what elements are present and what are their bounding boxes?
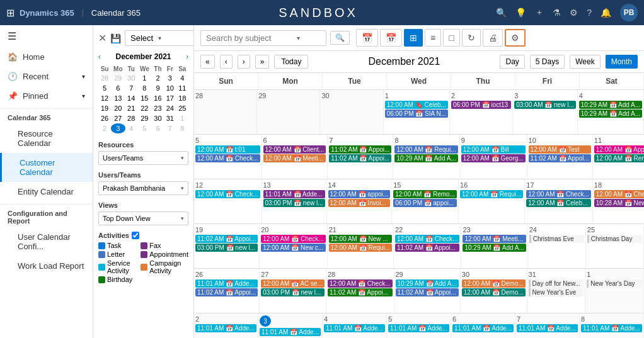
mini-cal-day[interactable]: 11 — [176, 83, 188, 93]
cal-view-day[interactable]: Day — [500, 55, 524, 69]
cal-event[interactable]: 12:00 AM 📅 Check... — [594, 190, 644, 198]
bell-icon[interactable]: 🔔 — [601, 8, 611, 18]
resources-select[interactable]: Users/Teams ▾ — [98, 151, 188, 165]
cal-event[interactable]: 11:01 AM 📅 Adde... — [195, 279, 258, 288]
cal-icon-btn-list[interactable]: ≡ — [425, 29, 441, 47]
cal-event[interactable]: 12:00 AM 📅 Remo... — [393, 190, 457, 198]
cal-event[interactable]: 11:02 AM 📅 Appoi... — [395, 244, 460, 252]
cal-event[interactable]: 12:00 AM 📅 Demo... — [462, 279, 526, 288]
mini-cal-day[interactable]: 1 — [176, 113, 188, 123]
cal-cell[interactable]: 1911:02 AM 📅 Appoi...03:00 PM 📅 new l... — [194, 224, 260, 268]
cal-cell[interactable]: 711:02 AM 📅 Appoi...11:02 AM 📅 Appoi... — [328, 135, 393, 179]
cal-cell[interactable]: 2812:00 AM 📅 Check...11:02 AM 📅 Appoi... — [326, 269, 394, 313]
cal-event[interactable]: New Year's Day — [587, 279, 642, 288]
avatar[interactable]: PB — [620, 4, 638, 21]
mini-cal-day[interactable]: 28 — [98, 73, 111, 83]
mini-cal-day[interactable]: 3 — [111, 123, 125, 133]
cal-cell[interactable]: 29 — [257, 90, 320, 134]
cal-event[interactable]: 11:02 AM 📅 Appol... — [529, 154, 591, 162]
cal-event[interactable]: 10:29 AM 📅 Add A... — [396, 279, 459, 288]
cal-settings-btn[interactable]: ⚙ — [505, 29, 526, 47]
cal-event[interactable]: 11:01 AM 📅 Adde... — [324, 324, 385, 332]
cal-event[interactable]: 11:01 AM 📅 Adde... — [263, 190, 325, 198]
cal-last-btn[interactable]: » — [255, 55, 270, 69]
cal-cell[interactable]: 24Christmas Eve — [528, 224, 586, 268]
cal-cell[interactable]: 612:00 AM 📅 Client...12:00 AM 📅 Meeti... — [262, 135, 328, 179]
mini-cal-day[interactable]: 23 — [152, 103, 164, 113]
mini-cal-day[interactable]: 26 — [98, 113, 111, 123]
cal-event[interactable]: 11:02 AM 📅 Appoi... — [195, 235, 258, 243]
cal-event[interactable]: 11:02 AM 📅 Appoi... — [195, 288, 258, 296]
mini-cal-day[interactable]: 17 — [164, 93, 176, 103]
cal-cell[interactable]: 1112:00 AM 📅 App ...12:00 AM 📅 Remo... — [593, 135, 644, 179]
mini-cal-day[interactable]: 16 — [152, 93, 164, 103]
sidebar-item-home[interactable]: 🏠 Home — [0, 47, 93, 67]
activities-checkbox[interactable] — [132, 232, 139, 239]
cal-event[interactable]: 11:02 AM 📅 Appoi... — [329, 154, 391, 162]
cal-today-btn[interactable]: Today — [274, 55, 308, 69]
save-icon[interactable]: 💾 — [110, 33, 121, 43]
mini-cal-day[interactable]: 9 — [152, 83, 164, 93]
search-icon[interactable]: 🔍 — [496, 8, 507, 18]
cal-view-week[interactable]: Week — [570, 55, 600, 69]
mini-cal-day[interactable]: 25 — [176, 103, 188, 113]
cal-cell[interactable]: 2112:00 AM 📅 New ...12:00 AM 📅 Requi... — [328, 224, 394, 268]
cal-icon-btn-print[interactable]: 🖨 — [483, 29, 503, 47]
cal-cell[interactable]: 2611:01 AM 📅 Adde...11:02 AM 📅 Appoi... — [194, 269, 260, 313]
sidebar-item-recent[interactable]: 🕐 Recent ▾ — [0, 67, 93, 86]
views-select[interactable]: Top Down View ▾ — [98, 211, 188, 225]
sidebar-item-user-calendar-config[interactable]: User Calendar Confi... — [0, 227, 93, 256]
mini-cal-day[interactable]: 7 — [125, 83, 137, 93]
cal-cell[interactable]: 1712:00 AM 📅 Check...12:00 AM 📅 Celeb... — [525, 179, 593, 223]
cal-cell[interactable]: 2012:00 AM 📅 Check...12:00 AM 📅 New c... — [260, 224, 328, 268]
cal-prev-btn[interactable]: ‹ — [220, 55, 233, 69]
cal-cell[interactable]: 2910:29 AM 📅 Add A...11:02 AM 📅 Appoi... — [394, 269, 461, 313]
cal-cell[interactable]: 303:00 AM 📅 new l... — [513, 90, 578, 134]
mini-cal-day[interactable]: 6 — [111, 83, 125, 93]
cal-event[interactable]: 06:00 PM 📅 SIA N... — [385, 110, 448, 118]
cal-cell[interactable]: 1812:00 AM 📅 Check...10:28 AM 📅 New l... — [593, 179, 644, 223]
cal-view-5days[interactable]: 5 Days — [530, 55, 565, 69]
cal-icon-btn-day[interactable]: □ — [443, 29, 459, 47]
cal-cell[interactable]: 211:01 AM 📅 Adde... — [194, 313, 258, 338]
mini-cal-day[interactable]: 2 — [152, 73, 164, 83]
mini-cal-day[interactable]: 22 — [137, 103, 152, 113]
mini-cal-day[interactable]: 14 — [125, 93, 137, 103]
mini-cal-day[interactable]: 29 — [137, 113, 152, 123]
sidebar-item-resource-calendar[interactable]: Resource Calendar — [0, 124, 93, 153]
cal-cell[interactable]: 511:01 AM 📅 Adde... — [387, 313, 451, 338]
cal-event[interactable]: 11:01 AM 📅 Adde... — [581, 324, 642, 332]
close-icon[interactable]: ✕ — [98, 32, 106, 44]
cal-event[interactable]: 12:00 AM 📅 New c... — [261, 244, 326, 252]
mini-cal-day[interactable]: 13 — [111, 93, 125, 103]
cal-cell[interactable]: 311:01 AM 📅 Adde... — [258, 313, 323, 338]
hamburger-icon[interactable]: ☰ — [0, 25, 93, 47]
cal-cell[interactable]: 711:01 AM 📅 Adde... — [515, 313, 580, 338]
sidebar-item-customer-calendar[interactable]: Customer Calendar — [0, 153, 93, 182]
cal-event[interactable]: 12:00 AM 📅 Georg... — [461, 154, 526, 162]
cal-cell[interactable]: 206:00 PM 📅 ioct13 — [450, 90, 513, 134]
mini-cal-day[interactable]: 20 — [111, 103, 125, 113]
mini-cal-day[interactable]: 19 — [98, 103, 111, 113]
select-dropdown[interactable]: Select ▾ — [125, 30, 194, 46]
cal-cell[interactable]: 411:01 AM 📅 Adde... — [323, 313, 387, 338]
cal-event[interactable]: 11:01 AM 📅 Adde... — [388, 324, 449, 332]
mini-cal-day[interactable]: 18 — [176, 93, 188, 103]
sidebar-item-pinned[interactable]: 📌 Pinned ▾ — [0, 86, 93, 106]
cal-event[interactable]: 12:00 AM 📅 Remo... — [594, 154, 644, 162]
cal-event[interactable]: 12:00 AM 📅 appoi... — [328, 190, 391, 198]
cal-cell[interactable]: 3012:00 AM 📅 Demo...12:00 AM 📅 Demo... — [461, 269, 527, 313]
cal-view-month[interactable]: Month — [606, 55, 638, 69]
cal-event[interactable]: 12:00 AM 📅 Check... — [261, 235, 326, 243]
cal-event[interactable]: 12:00 AM 📅 Check... — [328, 279, 393, 288]
cal-cell[interactable]: 30 — [320, 90, 383, 134]
sidebar-item-entity-calendar[interactable]: Entity Calendar — [0, 182, 93, 201]
cal-event[interactable]: 03:00 PM 📅 new l... — [195, 244, 258, 252]
cal-cell[interactable]: 2712:00 AM 📅 AC se...03:00 PM 📅 new l... — [260, 269, 326, 313]
cal-event[interactable]: 12:00 AM 📅 Demo... — [462, 288, 526, 296]
cal-icon-btn-refresh[interactable]: ↻ — [462, 29, 481, 47]
cal-next-btn[interactable]: › — [238, 55, 250, 69]
mini-cal-day[interactable]: 12 — [98, 93, 111, 103]
cal-event[interactable]: Christmas Eve — [529, 235, 584, 243]
gear-icon[interactable]: ⚙ — [570, 8, 578, 18]
